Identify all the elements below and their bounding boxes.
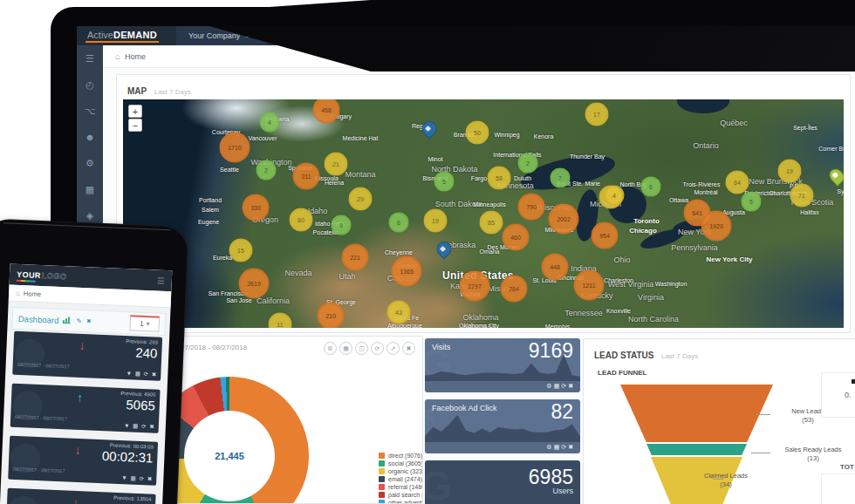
map-marker[interactable]: 64 [726,171,749,194]
calendar-icon[interactable]: ▦ [554,383,562,389]
card-actions[interactable]: ▼ ▦ ⟳ ✖ [121,474,153,482]
dashboard-icon[interactable]: ◴ [77,72,103,98]
map-marker[interactable]: 19 [424,209,448,233]
metric-card[interactable]: ↓ Previous: 00:03:09 00:02:31 08/27/2017… [8,436,158,486]
breadcrumb-home[interactable]: Home [24,289,41,298]
map-label: Toronto [633,217,660,225]
map-label: Memphis [545,324,570,329]
funnel-segment-sales-ready[interactable] [646,444,747,455]
donut-legend: direct (9076)social (3605)organic (3236)… [379,453,423,504]
zoom-out-button[interactable]: − [128,119,142,132]
map-marker[interactable]: 6 [389,213,409,233]
map-marker[interactable]: 6 [641,177,661,197]
close-icon[interactable]: ✖ [568,444,575,450]
gear-icon[interactable]: ⚙ [546,444,553,450]
map-marker[interactable]: 1365 [392,256,422,287]
close-icon[interactable]: ✖ [86,317,92,324]
metric-card[interactable]: ↓ Previous: 283 240 08/27/2017 - 09/27/2… [12,331,162,381]
map-marker[interactable]: 221 [342,244,369,271]
map-marker[interactable]: 50 [466,121,489,145]
sitemap-icon[interactable]: ⌥ [77,98,103,124]
calendar-icon[interactable]: ▦ [554,444,562,450]
map-marker[interactable]: 5 [742,192,762,212]
phone-logo[interactable]: YOURLOGO [17,270,67,281]
funnel-segment-new-leads[interactable] [620,385,773,442]
map-marker[interactable]: 43 [387,301,411,324]
map-marker[interactable]: 458 [313,99,340,124]
map-marker[interactable]: 1920 [701,211,732,242]
map-marker[interactable]: 9 [332,215,352,235]
modules-icon[interactable]: ▦ [77,176,103,202]
map-marker[interactable]: 2 [256,160,277,180]
map-marker[interactable]: 2619 [239,269,270,299]
map-marker[interactable]: 17 [585,103,609,126]
map-marker[interactable]: 284 [501,276,528,303]
map-marker[interactable]: 2 [518,153,538,174]
facebook-card-actions[interactable]: ⚙▦⟳✖ [546,444,575,451]
refresh-icon[interactable]: ⟳ [371,342,384,355]
map-marker[interactable]: 2297 [460,271,490,302]
metric-card[interactable]: ↑ Previous: 4905 5065 08/27/2017 - 09/27… [10,384,161,433]
map-marker[interactable]: 211 [293,163,320,190]
map-label: Washington [655,281,687,287]
green-pin-icon[interactable] [826,166,844,186]
calendar-icon[interactable]: ▦ [339,342,352,355]
map-label: Québec [720,119,748,127]
card-actions[interactable]: ▼ ▦ ⟳ ✖ [126,370,157,378]
gear-icon[interactable]: ⚙ [546,383,553,389]
contacts-icon[interactable]: ☻ [77,124,103,150]
export-icon[interactable]: ◫ [355,342,368,355]
page: ActiveDEMAND Your Company ⌥ ☰◴⌥☻⚙▦◈▣⚒ ⌂ … [0,0,855,504]
map[interactable]: + − VancouverCourtenaySeattleWashingtonS… [123,99,844,328]
refresh-icon[interactable]: ⟳ [561,383,568,389]
refresh-icon[interactable]: ⟳ [561,444,568,450]
app-logo[interactable]: ActiveDEMAND [86,29,159,43]
page-dropdown[interactable]: 1 ▾ [129,315,160,331]
map-marker[interactable]: 11 [269,313,292,329]
map-marker[interactable]: 954 [592,222,619,249]
map-label: Medicine Hat [343,135,379,141]
menu-icon[interactable]: ☰ [157,276,165,285]
map-marker[interactable]: 5 [434,172,455,192]
map-marker[interactable]: 7 [551,168,571,188]
chart-icon[interactable] [63,317,72,324]
map-marker[interactable]: 85 [480,211,503,235]
close-icon[interactable]: ✖ [568,383,575,389]
card-actions[interactable]: ▼ ▦ ⟳ ✖ [124,422,155,430]
map-marker[interactable]: 4 [605,186,625,206]
card-toolbar: ⚙▦◫⟳↗✖ [324,342,415,355]
traffic-sources-card: 07/27/2018 - 08/27/2018 ⚙▦◫⟳↗✖ 21,445 di… [161,336,423,504]
map-label: Ottawa [669,197,688,203]
map-marker[interactable]: 790 [518,194,545,221]
breadcrumb-home[interactable]: Home [125,52,146,61]
menu-icon[interactable]: ☰ [77,45,103,72]
funnel-tick [751,453,770,453]
dashboard-title: Dashboard [18,313,59,324]
map-marker[interactable]: 21 [325,153,348,176]
settings-icon[interactable]: ⚙ [77,150,103,176]
map-marker[interactable]: 80 [290,208,313,232]
map-marker[interactable]: 29 [349,187,373,211]
gear-icon[interactable]: ⚙ [324,342,337,355]
zoom-in-button[interactable]: + [128,105,142,118]
map-marker[interactable]: 460 [503,224,530,251]
company-switcher[interactable]: Your Company ⌥ [176,26,267,45]
map-marker[interactable]: 330 [243,194,270,221]
map-marker[interactable]: 15 [229,239,253,262]
close-icon[interactable]: ✖ [402,342,415,355]
metric-card[interactable]: ↓ Previous: 13504 [6,488,156,504]
map-marker[interactable]: 4 [260,112,280,133]
map-marker[interactable]: 1710 [220,133,250,163]
edit-icon[interactable]: ✎ [76,317,82,324]
map-marker[interactable]: 210 [318,303,345,329]
visits-card-actions[interactable]: ⚙▦⟳✖ [546,383,575,390]
map-marker[interactable]: 448 [542,254,569,281]
expand-icon[interactable]: ↗ [386,342,400,355]
map-marker[interactable]: 71 [790,184,814,208]
map-marker[interactable]: 1211 [574,270,605,301]
map-pin-icon[interactable] [419,118,440,139]
map-marker[interactable]: 58 [488,167,511,190]
phone-screen: YOURLOGO ☰ ⌂ Home Dashboard ✎ ✖ 1 ▾ [0,264,172,504]
map-marker[interactable]: 2002 [549,204,579,235]
map-marker[interactable]: 19 [778,160,802,183]
